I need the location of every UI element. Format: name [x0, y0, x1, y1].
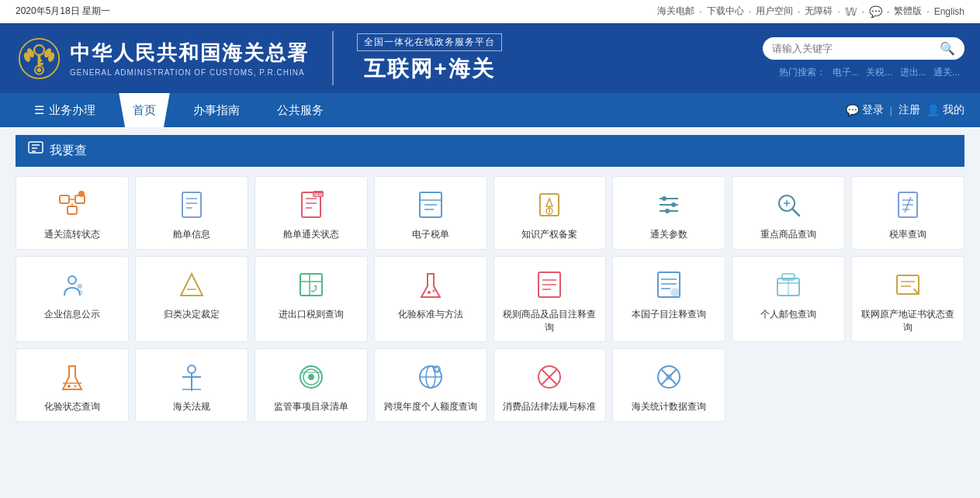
service-label-consumer: 消费品法律法规与标准: [503, 400, 596, 413]
logo-emblem: [16, 35, 62, 81]
hot-item-3[interactable]: 通关...: [933, 67, 960, 78]
service-icon-law: [175, 360, 209, 394]
nav-register[interactable]: 注册: [899, 103, 920, 117]
service-icon-ip: [532, 188, 566, 222]
hot-search-label: 热门搜索：: [779, 67, 826, 78]
service-label-supervision: 监管事项目录清单: [274, 400, 348, 413]
section-header: 我要查: [16, 135, 964, 167]
service-icon-rate: [891, 188, 925, 222]
service-label-law: 海关法规: [173, 400, 210, 413]
svg-rect-17: [68, 206, 77, 214]
service-item-labstatus[interactable]: 化验状态查询: [16, 348, 129, 422]
service-item-tariff[interactable]: 进出口税则查询: [255, 256, 368, 343]
svg-point-20: [78, 191, 85, 197]
service-item-supervision[interactable]: 监管事项目录清单: [255, 348, 368, 422]
svg-rect-21: [182, 192, 201, 217]
service-icon-origin: [891, 268, 925, 302]
svg-rect-56: [300, 274, 322, 296]
service-item-lab[interactable]: 化验标准与方法: [374, 256, 487, 343]
svg-rect-15: [60, 195, 69, 203]
nav-business[interactable]: ☰ 业务办理: [16, 93, 114, 127]
service-item-parcel[interactable]: 个人邮包查询: [732, 256, 845, 343]
svg-point-78: [68, 385, 71, 388]
service-icon-statistics: [652, 360, 686, 394]
svg-text:NEW: NEW: [313, 192, 323, 197]
hot-item-2[interactable]: 进出...: [900, 67, 926, 78]
service-item-taxgoods[interactable]: 税则商品及品目注释查询: [493, 256, 607, 343]
weibo-icon[interactable]: 𝕎: [845, 5, 857, 18]
service-item-crossborder[interactable]: 跨境年度个人额度查询: [374, 348, 487, 422]
user-icon: 👤: [926, 104, 940, 116]
link-email[interactable]: 海关电邮: [657, 5, 694, 18]
service-label-company: 企业信息公示: [44, 308, 100, 321]
service-label-lab: 化验标准与方法: [398, 308, 463, 321]
svg-point-54: [78, 284, 82, 289]
service-item-manifest[interactable]: 舱单信息: [135, 176, 248, 250]
service-item-rate[interactable]: 税率查询: [851, 176, 964, 250]
svg-point-10: [36, 67, 41, 72]
link-traditional[interactable]: 繁體版: [894, 5, 922, 18]
service-label-origin: 联网原产地证书状态查询: [858, 308, 957, 334]
service-icon-flow: [55, 188, 89, 222]
service-grid-row3: 化验状态查询 海关法规 监管事项目录清单: [16, 348, 964, 422]
link-user[interactable]: 用户空间: [756, 5, 793, 18]
svg-point-53: [68, 276, 76, 284]
slogan-area: 全国一体化在线政务服务平台 互联网+海关: [357, 33, 502, 84]
link-english[interactable]: English: [934, 6, 964, 17]
service-item-params[interactable]: 通关参数: [612, 176, 725, 250]
svg-point-42: [662, 196, 667, 201]
search-box[interactable]: 🔍: [763, 37, 964, 60]
service-item-origin[interactable]: 联网原产地证书状态查询: [851, 256, 964, 343]
service-icon-tariff: [294, 268, 328, 302]
nav-myaccount[interactable]: 👤 我的: [926, 103, 964, 117]
hot-item-1[interactable]: 关税...: [866, 67, 892, 78]
nav-public[interactable]: 公共服务: [258, 93, 342, 127]
slogan-top: 全国一体化在线政务服务平台: [357, 33, 502, 51]
service-label-goods: 重点商品查询: [760, 228, 816, 241]
top-links: 海关电邮 · 下载中心 · 用户空间 · 无障碍 · 𝕎 · 💬 · 繁體版 ·…: [657, 5, 964, 18]
service-icon-labstatus: [55, 360, 89, 394]
svg-marker-36: [546, 199, 552, 206]
service-item-statistics[interactable]: 海关统计数据查询: [612, 348, 725, 422]
service-icon-params: [652, 188, 686, 222]
service-label-tax: 电子税单: [412, 228, 449, 241]
section-icon: [28, 141, 43, 161]
hot-item-0[interactable]: 电子...: [833, 67, 859, 78]
service-label-statistics: 海关统计数据查询: [632, 400, 706, 413]
link-download[interactable]: 下载中心: [707, 5, 744, 18]
service-icon-manifest-status: NEW: [294, 188, 328, 222]
svg-point-80: [188, 365, 196, 373]
service-label-taxgoods: 税则商品及品目注释查询: [500, 308, 600, 334]
link-accessible[interactable]: 无障碍: [805, 5, 833, 18]
service-item-tax[interactable]: 电子税单: [374, 176, 487, 250]
logo-area: 中华人民共和国海关总署 GENERAL ADMINISTRATION OF CU…: [16, 35, 309, 81]
search-button[interactable]: 🔍: [940, 41, 955, 56]
service-item-flow[interactable]: 通关流转状态: [16, 176, 129, 250]
service-item-company[interactable]: 企业信息公示: [16, 256, 129, 343]
service-item-manifest-status[interactable]: NEW 舱单通关状态: [255, 176, 368, 250]
service-item-consumer[interactable]: 消费品法律法规与标准: [493, 348, 607, 422]
service-item-classify[interactable]: 归类决定裁定: [135, 256, 248, 343]
service-item-ip[interactable]: 知识产权备案: [493, 176, 607, 250]
wechat-icon[interactable]: 💬: [869, 5, 882, 18]
logo-cn: 中华人民共和国海关总署: [70, 40, 309, 67]
header: 中华人民共和国海关总署 GENERAL ADMINISTRATION OF CU…: [0, 23, 980, 93]
service-icon-tax: [414, 188, 448, 222]
service-label-crossborder: 跨境年度个人额度查询: [384, 400, 477, 413]
service-icon-consumer: [532, 360, 566, 394]
service-icon-classify: [175, 268, 209, 302]
service-label-ip: 知识产权备案: [521, 228, 577, 241]
nav-guide[interactable]: 办事指南: [175, 93, 258, 127]
service-label-flow: 通关流转状态: [44, 228, 100, 241]
service-label-rate: 税率查询: [889, 228, 926, 241]
section-title: 我要查: [50, 143, 87, 159]
nav-home[interactable]: 首页: [114, 93, 175, 127]
service-icon-parcel: [771, 268, 805, 302]
service-item-subitem[interactable]: 本国子目注释查询: [612, 256, 725, 343]
hot-search: 热门搜索： 电子... 关税... 进出... 通关...: [779, 66, 964, 79]
service-item-goods[interactable]: 重点商品查询: [732, 176, 845, 250]
svg-rect-4: [37, 59, 42, 61]
service-item-law[interactable]: 海关法规: [135, 348, 248, 422]
nav-login[interactable]: 💬 登录: [846, 103, 884, 117]
search-input[interactable]: [772, 43, 940, 54]
